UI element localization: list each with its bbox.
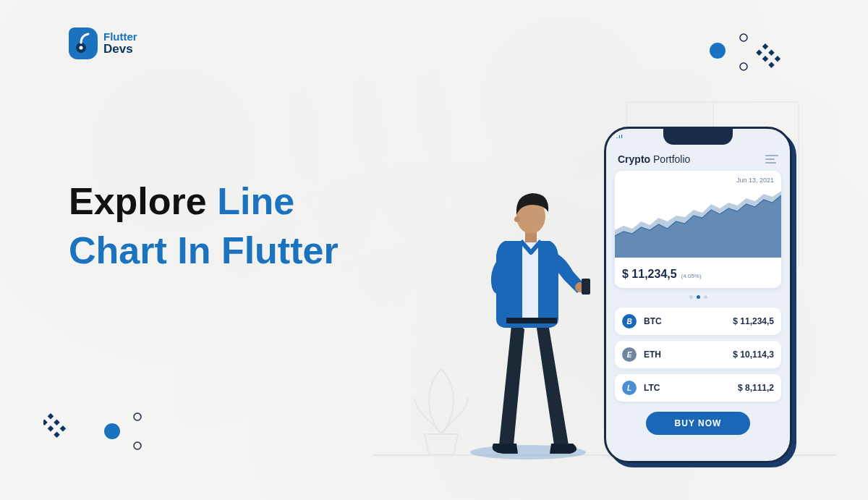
coin-symbol: ETH [644, 349, 680, 360]
svg-rect-26 [506, 318, 557, 323]
svg-rect-6 [768, 49, 774, 55]
person-illustration [448, 156, 608, 459]
svg-rect-16 [54, 431, 59, 437]
svg-rect-13 [60, 425, 66, 431]
coin-icon: L [622, 381, 637, 395]
chart-change: (4.05%) [681, 273, 702, 279]
decoration-bottom-left [43, 399, 166, 464]
coin-symbol: BTC [644, 316, 680, 326]
illustration-scene: .ıl Crypto Portfolio Jun 13, 2021 $ 11,2… [401, 94, 807, 470]
svg-point-17 [104, 423, 120, 439]
svg-point-3 [740, 34, 747, 41]
svg-rect-15 [48, 425, 54, 431]
title-word3: Chart In Flutter [69, 229, 339, 271]
coin-row[interactable]: LLTC$ 8,111,2 [615, 374, 781, 402]
title-word1: Explore [69, 180, 207, 222]
chart-date: Jun 13, 2021 [736, 177, 774, 184]
coin-value: $ 11,234,5 [733, 316, 774, 326]
logo-text: Flutter Devs [103, 31, 137, 56]
svg-point-1 [80, 46, 83, 50]
title-word2: Line [217, 180, 294, 222]
chart-price-row: $ 11,234,5 (4.05%) [622, 268, 702, 281]
line-chart [615, 185, 781, 258]
svg-point-2 [710, 43, 726, 59]
phone-screen: Crypto Portfolio Jun 13, 2021 $ 11,234,5… [615, 153, 781, 452]
decoration-top-right [702, 29, 825, 94]
svg-rect-11 [48, 413, 54, 419]
svg-rect-8 [756, 49, 762, 55]
coin-icon: B [622, 314, 637, 329]
buy-now-button[interactable]: BUY NOW [646, 412, 751, 435]
coin-symbol: LTC [644, 383, 680, 393]
pager-dots [615, 295, 781, 299]
svg-point-25 [514, 216, 520, 222]
logo-mark-icon [69, 27, 98, 59]
brand-logo: Flutter Devs [69, 27, 137, 59]
svg-rect-22 [582, 279, 590, 295]
menu-icon[interactable] [765, 155, 778, 164]
svg-point-4 [740, 63, 747, 70]
app-title-light: Portfolio [653, 153, 690, 165]
svg-rect-9 [762, 56, 768, 62]
svg-rect-14 [43, 419, 48, 425]
svg-rect-7 [775, 56, 780, 62]
app-title: Crypto Portfolio [618, 153, 690, 165]
phone-mockup: .ıl Crypto Portfolio Jun 13, 2021 $ 11,2… [604, 127, 792, 463]
svg-rect-12 [54, 419, 59, 425]
logo-line1: Flutter [103, 31, 137, 43]
logo-line2: Devs [103, 43, 137, 56]
coin-row[interactable]: EETH$ 10,114,3 [615, 341, 781, 368]
coin-value: $ 10,114,3 [733, 349, 774, 360]
coin-list: BBTC$ 11,234,5EETH$ 10,114,3LLTC$ 8,111,… [615, 305, 781, 402]
status-signal: .ıl [616, 133, 624, 140]
phone-notch [663, 129, 733, 145]
page-title: Explore Line Chart In Flutter [69, 177, 339, 275]
svg-rect-5 [762, 43, 768, 49]
svg-point-18 [134, 413, 141, 420]
coin-row[interactable]: BBTC$ 11,234,5 [615, 308, 781, 335]
chart-card[interactable]: Jun 13, 2021 $ 11,234,5 (4.05%) [615, 171, 781, 288]
svg-rect-10 [768, 62, 774, 67]
coin-icon: E [622, 347, 637, 362]
app-header: Crypto Portfolio [615, 153, 781, 165]
app-title-bold: Crypto [618, 153, 650, 165]
coin-value: $ 8,111,2 [738, 383, 774, 393]
chart-price: $ 11,234,5 [622, 268, 677, 281]
svg-point-19 [134, 442, 141, 449]
